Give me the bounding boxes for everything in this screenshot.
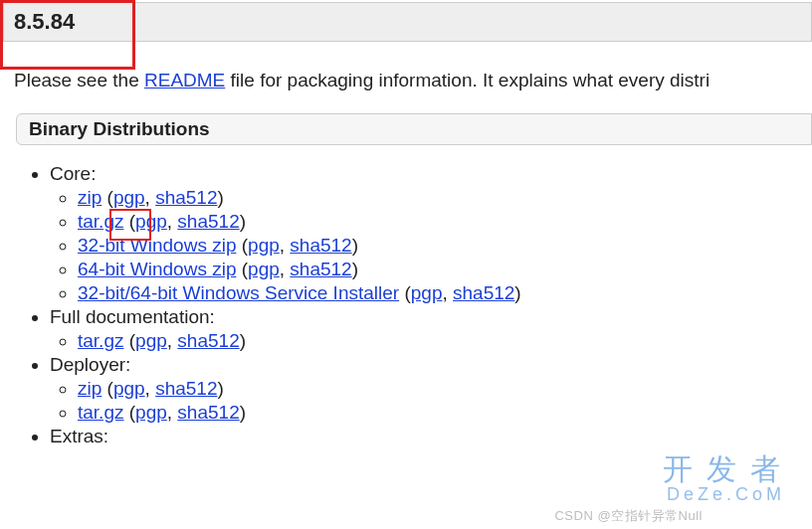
download-link[interactable]: zip [78,187,102,208]
watermark-sub: DeZe.CoM [667,484,794,505]
readme-link[interactable]: README [144,70,225,90]
group-items: zip (pgp, sha512)tar.gz (pgp, sha512) [78,378,812,424]
sha512-link[interactable]: sha512 [290,235,351,256]
list-item: 32-bit Windows zip (pgp, sha512) [78,235,812,257]
group-label: Core: [50,163,96,184]
list-group: Deployer:zip (pgp, sha512)tar.gz (pgp, s… [50,354,812,424]
sha512-link[interactable]: sha512 [155,187,217,208]
intro-paragraph: Please see the README file for packaging… [0,42,812,91]
download-link[interactable]: 32-bit/64-bit Windows Service Installer [78,282,399,303]
watermark-main: 开发者 [663,452,794,485]
section-binary-distributions: Binary Distributions [16,113,812,145]
distribution-list: Core:zip (pgp, sha512)tar.gz (pgp, sha51… [50,163,812,447]
version-header: 8.5.84 [3,2,812,42]
list-item: 32-bit/64-bit Windows Service Installer … [78,282,812,304]
sha512-link[interactable]: sha512 [177,402,239,423]
list-group: Extras: [50,426,812,447]
list-item: tar.gz (pgp, sha512) [78,211,812,233]
version-text: 8.5.84 [14,9,75,34]
sha512-link[interactable]: sha512 [155,378,217,399]
pgp-link[interactable]: pgp [411,282,443,303]
sha512-link[interactable]: sha512 [453,282,514,303]
list-group: Full documentation:tar.gz (pgp, sha512) [50,306,812,352]
download-link[interactable]: 32-bit Windows zip [78,235,236,256]
download-link[interactable]: 64-bit Windows zip [78,259,236,279]
watermark-devzone: 开发者 DeZe.CoM [663,449,794,505]
sha512-link[interactable]: sha512 [177,211,239,232]
list-item: 64-bit Windows zip (pgp, sha512) [78,259,812,280]
group-label: Deployer: [50,354,130,375]
pgp-link[interactable]: pgp [113,187,145,208]
list-item: tar.gz (pgp, sha512) [78,402,812,424]
download-link[interactable]: tar.gz [78,330,123,351]
intro-prefix: Please see the [14,70,144,90]
watermark-csdn: CSDN @空指针异常Null [554,507,703,525]
pgp-link[interactable]: pgp [248,259,280,279]
group-items: zip (pgp, sha512)tar.gz (pgp, sha512)32-… [78,187,812,304]
download-link[interactable]: tar.gz [78,402,123,423]
list-item: zip (pgp, sha512) [78,187,812,209]
sha512-link[interactable]: sha512 [290,259,351,279]
section-title-text: Binary Distributions [29,118,210,139]
group-label: Extras: [50,426,108,446]
pgp-link[interactable]: pgp [135,330,167,351]
download-link[interactable]: tar.gz [78,211,123,232]
pgp-link[interactable]: pgp [248,235,280,256]
list-item: zip (pgp, sha512) [78,378,812,400]
list-item: tar.gz (pgp, sha512) [78,330,812,352]
group-label: Full documentation: [50,306,215,327]
group-items: tar.gz (pgp, sha512) [78,330,812,352]
list-group: Core:zip (pgp, sha512)tar.gz (pgp, sha51… [50,163,812,304]
sha512-link[interactable]: sha512 [177,330,239,351]
pgp-link[interactable]: pgp [135,211,167,232]
intro-suffix: file for packaging information. It expla… [225,70,710,90]
pgp-link[interactable]: pgp [113,378,145,399]
download-link[interactable]: zip [78,378,102,399]
pgp-link[interactable]: pgp [135,402,167,423]
